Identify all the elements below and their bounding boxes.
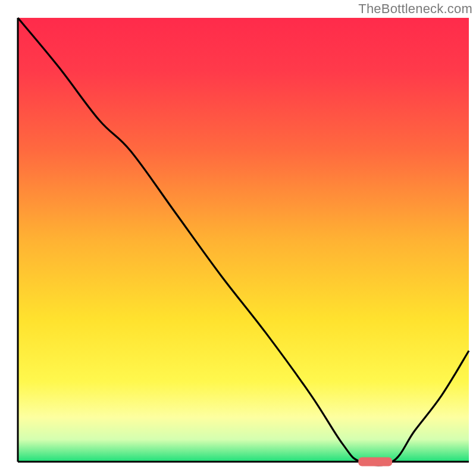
plot-background (18, 18, 469, 462)
optimal-marker (358, 458, 392, 466)
chart-container: TheBottleneck.com (0, 0, 476, 476)
bottleneck-chart (0, 0, 476, 476)
